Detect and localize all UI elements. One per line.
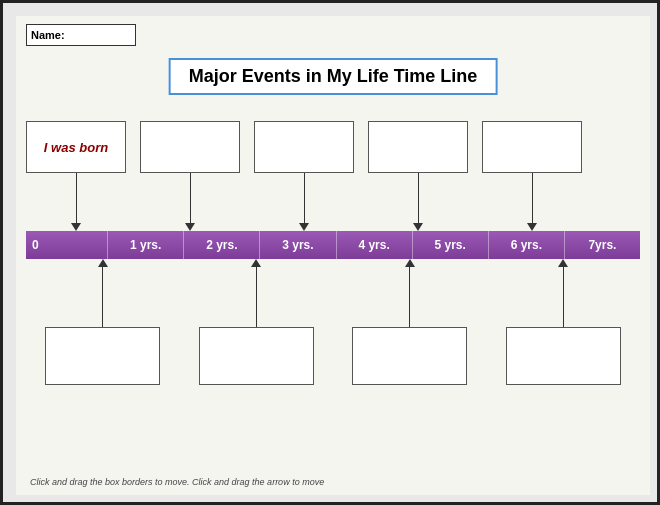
arrow-up-0 bbox=[53, 259, 153, 327]
born-box[interactable]: I was born bbox=[26, 121, 126, 173]
bottom-event-box-1[interactable] bbox=[199, 327, 314, 385]
timeline-label-5: 5 yrs. bbox=[413, 231, 489, 259]
arrow-line bbox=[418, 173, 419, 223]
arrow-down-3 bbox=[368, 173, 468, 231]
arrow-line bbox=[76, 173, 77, 223]
arrow-line bbox=[190, 173, 191, 223]
timeline-label-2: 2 yrs. bbox=[184, 231, 260, 259]
event-box-1[interactable] bbox=[140, 121, 240, 173]
top-event-boxes: I was born bbox=[26, 121, 640, 173]
arrow-line-up bbox=[409, 267, 410, 327]
bottom-event-box-0[interactable] bbox=[45, 327, 160, 385]
arrowhead bbox=[413, 223, 423, 231]
arrow-down-4 bbox=[482, 173, 582, 231]
timeline-label-1: 1 yrs. bbox=[108, 231, 184, 259]
timeline-label-6: 6 yrs. bbox=[489, 231, 565, 259]
arrow-down-0 bbox=[26, 173, 126, 231]
arrows-down-group bbox=[26, 173, 640, 231]
arrowhead-up bbox=[98, 259, 108, 267]
arrow-up-3 bbox=[513, 259, 613, 327]
worksheet-area: Name: Major Events in My Life Time Line … bbox=[16, 16, 650, 495]
event-box-2[interactable] bbox=[254, 121, 354, 173]
page: Name: Major Events in My Life Time Line … bbox=[0, 0, 660, 505]
worksheet-title: Major Events in My Life Time Line bbox=[169, 58, 498, 95]
arrowhead bbox=[299, 223, 309, 231]
timeline-label-3: 3 yrs. bbox=[260, 231, 336, 259]
arrow-line bbox=[304, 173, 305, 223]
arrows-up-group bbox=[26, 259, 640, 327]
name-label: Name: bbox=[31, 29, 65, 41]
arrow-line-up bbox=[563, 267, 564, 327]
arrowhead bbox=[527, 223, 537, 231]
timeline-label-0: 0 bbox=[26, 231, 108, 259]
arrow-up-2 bbox=[360, 259, 460, 327]
arrowhead-up bbox=[405, 259, 415, 267]
event-box-3[interactable] bbox=[368, 121, 468, 173]
timeline-bar: 0 1 yrs. 2 yrs. 3 yrs. 4 yrs. 5 yrs. 6 y… bbox=[26, 231, 640, 259]
arrow-down-2 bbox=[254, 173, 354, 231]
arrowhead bbox=[185, 223, 195, 231]
arrow-line-up bbox=[102, 267, 103, 327]
name-field[interactable]: Name: bbox=[26, 24, 136, 46]
arrowhead-up bbox=[251, 259, 261, 267]
arrow-line bbox=[532, 173, 533, 223]
arrow-line-up bbox=[256, 267, 257, 327]
bottom-event-boxes bbox=[26, 327, 640, 385]
event-box-4[interactable] bbox=[482, 121, 582, 173]
arrow-down-1 bbox=[140, 173, 240, 231]
timeline-label-7: 7yrs. bbox=[565, 231, 640, 259]
arrow-up-1 bbox=[206, 259, 306, 327]
arrowhead-up bbox=[558, 259, 568, 267]
timeline-label-4: 4 yrs. bbox=[337, 231, 413, 259]
bottom-event-box-3[interactable] bbox=[506, 327, 621, 385]
arrowhead bbox=[71, 223, 81, 231]
footer-instructions: Click and drag the box borders to move. … bbox=[30, 477, 324, 487]
bottom-event-box-2[interactable] bbox=[352, 327, 467, 385]
